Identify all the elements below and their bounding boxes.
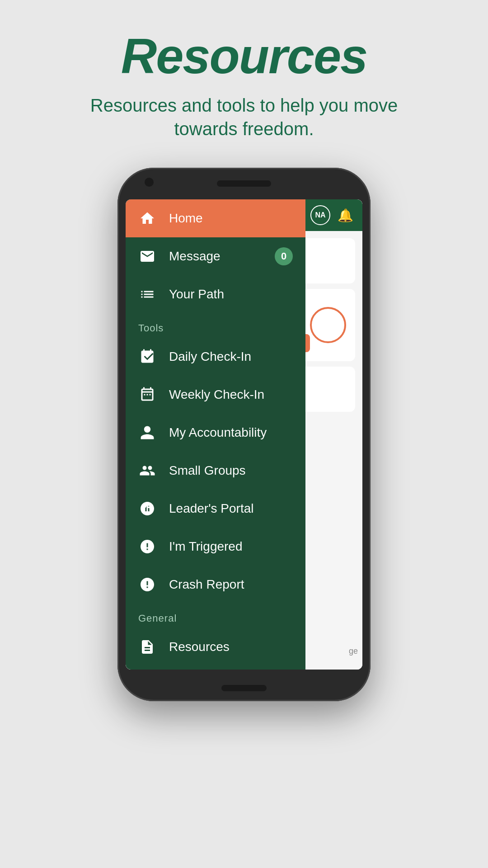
drawer-item-progress[interactable]: Progress (126, 666, 305, 670)
nav-drawer: Home Message 0 (126, 199, 305, 670)
message-icon (138, 247, 156, 265)
path-icon (138, 285, 156, 303)
screen-content: NA 🔔 ge (126, 199, 362, 670)
bell-icon: 🔔 (338, 208, 353, 223)
resources-label: Resources (169, 640, 293, 654)
bg-card-circle (310, 307, 346, 343)
drawer-item-my-accountability[interactable]: My Accountability (126, 414, 305, 452)
drawer-item-home[interactable]: Home (126, 199, 305, 237)
phone-camera (145, 178, 154, 187)
phone-screen: NA 🔔 ge (126, 199, 362, 670)
resources-icon (138, 638, 156, 656)
daily-checkin-icon (138, 348, 156, 366)
small-groups-label: Small Groups (169, 463, 293, 478)
drawer-item-daily-checkin[interactable]: Daily Check-In (126, 338, 305, 376)
drawer-item-resources[interactable]: Resources (126, 628, 305, 666)
my-accountability-label: My Accountability (169, 425, 293, 440)
triggered-label: I'm Triggered (169, 539, 293, 554)
message-badge: 0 (275, 247, 293, 265)
page-subtitle: Resources and tools to help you move tow… (86, 94, 402, 141)
leaders-portal-label: Leader's Portal (169, 501, 293, 516)
daily-checkin-label: Daily Check-In (169, 349, 293, 364)
weekly-checkin-label: Weekly Check-In (169, 387, 293, 402)
page-title: Resources (121, 27, 367, 85)
drawer-item-message[interactable]: Message 0 (126, 237, 305, 275)
phone-speaker (217, 180, 271, 187)
leaders-portal-icon (138, 500, 156, 518)
phone-home-button (221, 685, 267, 691)
home-icon (138, 209, 156, 227)
crash-report-label: Crash Report (169, 577, 293, 592)
drawer-item-crash-report[interactable]: Crash Report (126, 566, 305, 604)
message-label: Message (169, 249, 262, 264)
drawer-item-your-path[interactable]: Your Path (126, 275, 305, 313)
drawer-item-small-groups[interactable]: Small Groups (126, 452, 305, 490)
avatar: NA (310, 205, 330, 225)
tools-section-label: Tools (126, 313, 305, 338)
small-groups-icon (138, 462, 156, 480)
triggered-icon (138, 538, 156, 556)
accountability-icon (138, 424, 156, 442)
bg-text: ge (349, 646, 358, 656)
phone-body: NA 🔔 ge (117, 168, 371, 701)
crash-report-icon (138, 576, 156, 594)
drawer-item-leaders-portal[interactable]: Leader's Portal (126, 490, 305, 528)
drawer-item-im-triggered[interactable]: I'm Triggered (126, 528, 305, 566)
weekly-checkin-icon (138, 386, 156, 404)
your-path-label: Your Path (169, 287, 293, 302)
phone-device: NA 🔔 ge (117, 168, 371, 701)
drawer-item-weekly-checkin[interactable]: Weekly Check-In (126, 376, 305, 414)
home-label: Home (169, 211, 293, 226)
general-section-label: General (126, 604, 305, 628)
